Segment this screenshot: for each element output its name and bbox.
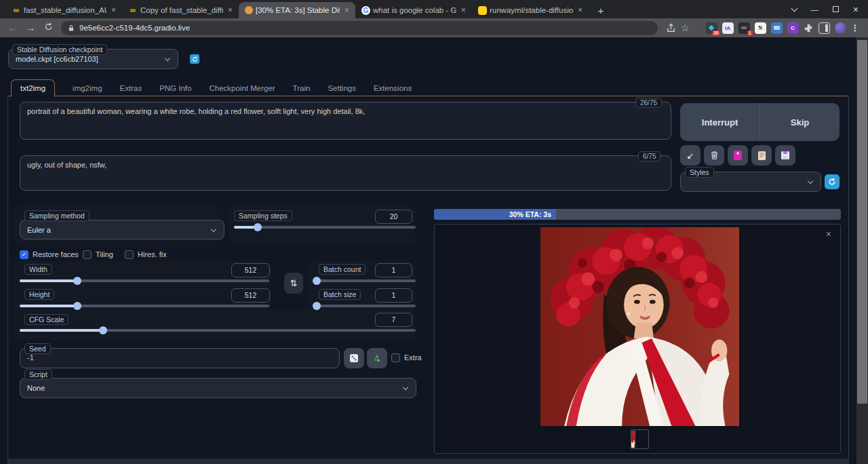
- tab-close-icon[interactable]: ×: [459, 5, 468, 15]
- browser-tab-colab-2[interactable]: ∞ Copy of fast_stable_diffusion_ ×: [122, 2, 239, 18]
- extension-notion-icon[interactable]: N: [755, 22, 766, 34]
- chrome-menu-icon[interactable]: ⋮: [851, 23, 860, 33]
- sampling-steps-slider[interactable]: [234, 223, 416, 232]
- tab-settings[interactable]: Settings: [328, 80, 356, 96]
- generated-image[interactable]: [540, 227, 739, 426]
- recycle-icon: [372, 353, 382, 363]
- styles-refresh-button[interactable]: [825, 174, 840, 189]
- window-close-button[interactable]: ×: [853, 4, 859, 15]
- checkpoint-refresh-button[interactable]: [190, 54, 199, 64]
- prompt-text: portrait of a beautiful woman, wearing a…: [27, 107, 365, 115]
- sampling-steps-value[interactable]: 20: [375, 210, 412, 224]
- tab-extensions[interactable]: Extensions: [374, 80, 412, 96]
- tab-img2img[interactable]: img2img: [73, 80, 102, 96]
- script-dropdown[interactable]: None: [20, 378, 416, 398]
- extensions-puzzle-icon[interactable]: [804, 23, 814, 33]
- chevron-down-icon: [403, 385, 408, 390]
- gallery-close-icon[interactable]: ×: [826, 229, 831, 239]
- refresh-icon: [192, 56, 198, 62]
- slider-knob[interactable]: [73, 302, 81, 310]
- sidebar-toggle-icon[interactable]: [818, 22, 830, 34]
- tab-close-icon[interactable]: ×: [226, 5, 235, 15]
- paste-params-button[interactable]: ↙: [680, 145, 701, 166]
- interrupt-button[interactable]: Interrupt: [680, 103, 760, 141]
- tab-txt2img[interactable]: txt2img: [11, 79, 55, 97]
- apply-styles-button[interactable]: [751, 145, 772, 166]
- tiling-checkbox[interactable]: [83, 250, 92, 259]
- seed-label: Seed: [24, 343, 51, 354]
- tab-png-info[interactable]: PNG Info: [159, 80, 191, 96]
- extension-colorzilla-icon[interactable]: C: [787, 22, 799, 34]
- extension-ia-icon[interactable]: IA: [722, 22, 734, 34]
- slider-knob[interactable]: [73, 277, 81, 285]
- negative-prompt-textarea[interactable]: ugly, out of shape, nsfw,: [20, 155, 671, 191]
- tab-close-icon[interactable]: ×: [342, 5, 351, 15]
- browser-tab-colab-1[interactable]: ∞ fast_stable_diffusion_AUTOMA ×: [5, 2, 122, 18]
- back-button[interactable]: ←: [4, 22, 22, 33]
- check-icon: ✓: [22, 251, 27, 258]
- restore-faces-checkbox[interactable]: ✓: [20, 250, 28, 259]
- skip-button[interactable]: Skip: [760, 103, 840, 141]
- sampling-method-label: Sampling method: [24, 210, 90, 221]
- tab-extras[interactable]: Extras: [120, 80, 142, 96]
- slider-knob[interactable]: [99, 326, 107, 334]
- progress-bar: 30% ETA: 3s: [434, 209, 841, 220]
- share-icon[interactable]: [666, 23, 676, 33]
- window-minimize-button[interactable]: —: [811, 5, 818, 14]
- stable-diffusion-webui: Stable Diffusion checkpoint model.ckpt […: [0, 37, 868, 464]
- extra-networks-button[interactable]: [728, 145, 748, 166]
- save-style-button[interactable]: [775, 145, 795, 166]
- prompt-textarea[interactable]: portrait of a beautiful woman, wearing a…: [20, 102, 671, 140]
- extension-badge20-icon[interactable]: 20: [706, 22, 717, 34]
- seed-extra-checkbox[interactable]: [391, 353, 400, 362]
- slider-knob[interactable]: [313, 277, 321, 285]
- padlock-icon: [68, 24, 75, 32]
- tab-search-chevron-icon[interactable]: [791, 5, 797, 12]
- batch-count-slider[interactable]: [313, 276, 416, 286]
- new-tab-button[interactable]: +: [593, 2, 609, 18]
- slider-knob[interactable]: [313, 302, 321, 310]
- gallery-thumbnail[interactable]: [631, 429, 649, 449]
- cfg-scale-value[interactable]: 7: [375, 313, 412, 327]
- width-slider[interactable]: [20, 276, 269, 286]
- browser-tab-huggingface[interactable]: runwayml/stable-diffusion-v1 ×: [472, 2, 589, 18]
- swap-dimensions-button[interactable]: ⇅: [284, 273, 303, 294]
- restore-faces-label: Restore faces: [33, 250, 79, 258]
- tab-close-icon[interactable]: ×: [109, 5, 118, 15]
- refresh-icon: [828, 178, 836, 186]
- reload-button[interactable]: [39, 22, 57, 33]
- profile-avatar[interactable]: [835, 22, 846, 34]
- height-value[interactable]: 512: [231, 288, 270, 303]
- forward-button[interactable]: →: [22, 22, 39, 33]
- browser-tab-google-search[interactable]: G what is google colab - Googl ×: [355, 2, 472, 18]
- browser-tab-stable-diffusion[interactable]: [30% ETA: 3s] Stable Diffusion ×: [239, 2, 355, 18]
- extension-badge1-icon[interactable]: 1: [738, 22, 750, 34]
- address-bar[interactable]: 9e5e6cc2-c519-4dc5.gradio.live: [61, 21, 658, 35]
- tab-train[interactable]: Train: [293, 80, 311, 96]
- window-maximize-button[interactable]: [833, 6, 839, 12]
- extension-blue-icon[interactable]: [771, 22, 783, 34]
- batch-size-slider[interactable]: [313, 301, 416, 311]
- reuse-seed-button[interactable]: [367, 348, 387, 368]
- cfg-scale-slider[interactable]: [20, 326, 416, 335]
- batch-size-value[interactable]: 1: [375, 288, 412, 303]
- batch-count-value[interactable]: 1: [375, 263, 412, 277]
- tab-close-icon[interactable]: ×: [576, 5, 585, 15]
- seed-input[interactable]: -1: [20, 348, 340, 368]
- height-slider[interactable]: [20, 301, 269, 311]
- styles-label: Styles: [685, 167, 714, 178]
- scrollbar-thumb[interactable]: [857, 40, 867, 404]
- sampling-method-dropdown[interactable]: Euler a: [20, 220, 224, 239]
- negative-token-counter: 6/75: [638, 151, 660, 161]
- page-scrollbar[interactable]: [856, 37, 868, 464]
- random-seed-button[interactable]: [344, 348, 364, 368]
- tab-title: fast_stable_diffusion_AUTOMA: [24, 6, 106, 14]
- browser-chrome: ∞ fast_stable_diffusion_AUTOMA × ∞ Copy …: [0, 0, 868, 37]
- tab-checkpoint-merger[interactable]: Checkpoint Merger: [209, 80, 275, 96]
- slider-knob[interactable]: [254, 223, 262, 231]
- hires-fix-label: Hires. fix: [138, 250, 167, 258]
- bookmark-star-icon[interactable]: ☆: [681, 22, 690, 33]
- clear-prompt-button[interactable]: [704, 145, 724, 166]
- width-value[interactable]: 512: [231, 263, 270, 277]
- hires-fix-checkbox[interactable]: [125, 250, 134, 259]
